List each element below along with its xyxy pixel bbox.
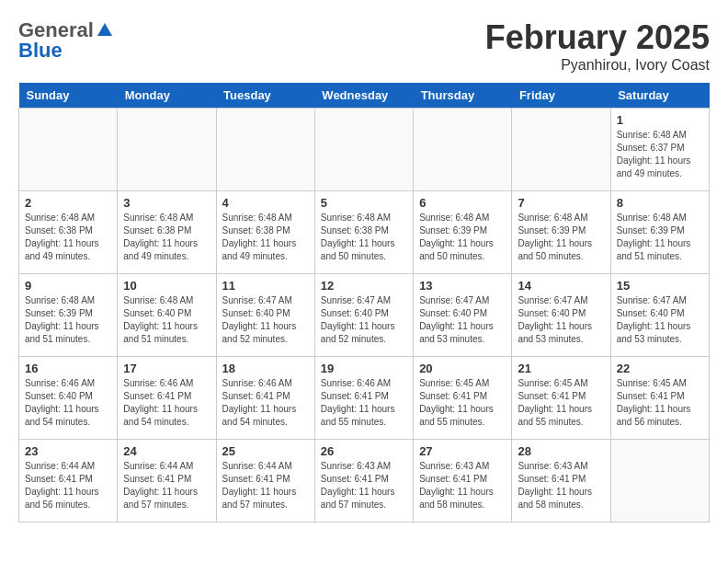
day-info: Sunrise: 6:48 AM Sunset: 6:39 PM Dayligh… — [25, 294, 111, 346]
calendar-cell: 18Sunrise: 6:46 AM Sunset: 6:41 PM Dayli… — [216, 357, 314, 440]
calendar-cell: 13Sunrise: 6:47 AM Sunset: 6:40 PM Dayli… — [414, 274, 512, 357]
title-section: February 2025 Pyanhirou, Ivory Coast — [485, 18, 710, 74]
calendar-cell: 25Sunrise: 6:44 AM Sunset: 6:41 PM Dayli… — [216, 440, 314, 523]
day-info: Sunrise: 6:48 AM Sunset: 6:37 PM Dayligh… — [617, 129, 703, 180]
day-number: 25 — [222, 444, 309, 458]
calendar-cell — [216, 109, 314, 191]
day-info: Sunrise: 6:47 AM Sunset: 6:40 PM Dayligh… — [321, 294, 407, 346]
logo-blue: Blue — [18, 39, 63, 63]
calendar-week-row: 16Sunrise: 6:46 AM Sunset: 6:40 PM Dayli… — [19, 357, 710, 440]
day-number: 4 — [222, 196, 309, 210]
calendar-cell: 3Sunrise: 6:48 AM Sunset: 6:38 PM Daylig… — [118, 191, 216, 274]
calendar-week-row: 1Sunrise: 6:48 AM Sunset: 6:37 PM Daylig… — [19, 109, 710, 191]
calendar-cell: 2Sunrise: 6:48 AM Sunset: 6:38 PM Daylig… — [19, 191, 118, 274]
calendar-cell — [414, 109, 512, 191]
day-number: 27 — [419, 444, 506, 458]
svg-marker-0 — [97, 23, 112, 36]
day-info: Sunrise: 6:48 AM Sunset: 6:40 PM Dayligh… — [123, 294, 210, 346]
day-number: 11 — [222, 279, 309, 293]
calendar-cell: 15Sunrise: 6:47 AM Sunset: 6:40 PM Dayli… — [610, 274, 709, 357]
day-info: Sunrise: 6:44 AM Sunset: 6:41 PM Dayligh… — [222, 460, 309, 511]
day-number: 13 — [419, 279, 506, 293]
day-number: 7 — [518, 196, 604, 210]
calendar-cell — [19, 109, 118, 191]
day-info: Sunrise: 6:43 AM Sunset: 6:41 PM Dayligh… — [419, 460, 506, 511]
calendar-cell: 12Sunrise: 6:47 AM Sunset: 6:40 PM Dayli… — [314, 274, 413, 357]
day-number: 19 — [321, 362, 407, 375]
weekday-header-row: SundayMondayTuesdayWednesdayThursdayFrid… — [19, 83, 710, 109]
day-number: 5 — [321, 196, 407, 210]
day-info: Sunrise: 6:48 AM Sunset: 6:39 PM Dayligh… — [419, 212, 506, 263]
day-number: 6 — [419, 196, 506, 210]
day-info: Sunrise: 6:48 AM Sunset: 6:38 PM Dayligh… — [321, 212, 407, 263]
day-number: 3 — [123, 196, 210, 210]
calendar-cell: 10Sunrise: 6:48 AM Sunset: 6:40 PM Dayli… — [118, 274, 216, 357]
weekday-header: Tuesday — [216, 83, 314, 109]
day-number: 15 — [617, 279, 703, 293]
day-info: Sunrise: 6:46 AM Sunset: 6:41 PM Dayligh… — [321, 377, 407, 429]
day-number: 9 — [25, 279, 111, 293]
logo: General Blue — [18, 18, 114, 63]
calendar-cell: 23Sunrise: 6:44 AM Sunset: 6:41 PM Dayli… — [19, 440, 118, 523]
calendar-week-row: 23Sunrise: 6:44 AM Sunset: 6:41 PM Dayli… — [19, 440, 710, 523]
day-number: 12 — [321, 279, 407, 293]
day-number: 28 — [518, 444, 604, 458]
day-number: 1 — [617, 113, 703, 127]
day-info: Sunrise: 6:47 AM Sunset: 6:40 PM Dayligh… — [617, 294, 703, 346]
day-info: Sunrise: 6:47 AM Sunset: 6:40 PM Dayligh… — [518, 294, 604, 346]
day-info: Sunrise: 6:45 AM Sunset: 6:41 PM Dayligh… — [419, 377, 506, 429]
day-number: 17 — [123, 362, 210, 375]
day-number: 21 — [518, 362, 604, 375]
day-number: 20 — [419, 362, 506, 375]
calendar-cell: 22Sunrise: 6:45 AM Sunset: 6:41 PM Dayli… — [610, 357, 709, 440]
day-info: Sunrise: 6:48 AM Sunset: 6:38 PM Dayligh… — [25, 212, 111, 263]
calendar-cell: 27Sunrise: 6:43 AM Sunset: 6:41 PM Dayli… — [414, 440, 512, 523]
calendar-cell: 21Sunrise: 6:45 AM Sunset: 6:41 PM Dayli… — [512, 357, 610, 440]
day-info: Sunrise: 6:44 AM Sunset: 6:41 PM Dayligh… — [123, 460, 210, 511]
day-info: Sunrise: 6:47 AM Sunset: 6:40 PM Dayligh… — [222, 294, 309, 346]
calendar-cell: 28Sunrise: 6:43 AM Sunset: 6:41 PM Dayli… — [512, 440, 610, 523]
calendar-cell: 4Sunrise: 6:48 AM Sunset: 6:38 PM Daylig… — [216, 191, 314, 274]
calendar-cell — [512, 109, 610, 191]
logo-icon — [96, 21, 114, 40]
calendar-cell: 7Sunrise: 6:48 AM Sunset: 6:39 PM Daylig… — [512, 191, 610, 274]
month-title: February 2025 — [485, 18, 710, 57]
day-info: Sunrise: 6:46 AM Sunset: 6:41 PM Dayligh… — [222, 377, 309, 429]
weekday-header: Thursday — [414, 83, 512, 109]
day-number: 24 — [123, 444, 210, 458]
day-number: 22 — [617, 362, 703, 375]
calendar-cell — [314, 109, 413, 191]
calendar-cell: 19Sunrise: 6:46 AM Sunset: 6:41 PM Dayli… — [314, 357, 413, 440]
calendar-cell: 24Sunrise: 6:44 AM Sunset: 6:41 PM Dayli… — [118, 440, 216, 523]
weekday-header: Sunday — [19, 83, 118, 109]
weekday-header: Monday — [118, 83, 216, 109]
day-info: Sunrise: 6:48 AM Sunset: 6:38 PM Dayligh… — [123, 212, 210, 263]
calendar-cell — [610, 440, 709, 523]
weekday-header: Wednesday — [314, 83, 413, 109]
calendar-cell: 9Sunrise: 6:48 AM Sunset: 6:39 PM Daylig… — [19, 274, 118, 357]
calendar-cell: 5Sunrise: 6:48 AM Sunset: 6:38 PM Daylig… — [314, 191, 413, 274]
day-number: 14 — [518, 279, 604, 293]
day-info: Sunrise: 6:43 AM Sunset: 6:41 PM Dayligh… — [518, 460, 604, 511]
day-info: Sunrise: 6:48 AM Sunset: 6:38 PM Dayligh… — [222, 212, 309, 263]
day-number: 10 — [123, 279, 210, 293]
calendar-cell: 20Sunrise: 6:45 AM Sunset: 6:41 PM Dayli… — [414, 357, 512, 440]
day-number: 23 — [25, 444, 111, 458]
calendar-cell: 8Sunrise: 6:48 AM Sunset: 6:39 PM Daylig… — [610, 191, 709, 274]
day-number: 2 — [25, 196, 111, 210]
calendar-cell: 16Sunrise: 6:46 AM Sunset: 6:40 PM Dayli… — [19, 357, 118, 440]
calendar-cell: 6Sunrise: 6:48 AM Sunset: 6:39 PM Daylig… — [414, 191, 512, 274]
day-info: Sunrise: 6:43 AM Sunset: 6:41 PM Dayligh… — [321, 460, 407, 511]
day-info: Sunrise: 6:46 AM Sunset: 6:40 PM Dayligh… — [25, 377, 111, 429]
day-info: Sunrise: 6:45 AM Sunset: 6:41 PM Dayligh… — [617, 377, 703, 429]
calendar-week-row: 2Sunrise: 6:48 AM Sunset: 6:38 PM Daylig… — [19, 191, 710, 274]
day-number: 8 — [617, 196, 703, 210]
calendar-cell: 14Sunrise: 6:47 AM Sunset: 6:40 PM Dayli… — [512, 274, 610, 357]
calendar-cell — [118, 109, 216, 191]
day-number: 26 — [321, 444, 407, 458]
day-info: Sunrise: 6:44 AM Sunset: 6:41 PM Dayligh… — [25, 460, 111, 511]
day-info: Sunrise: 6:48 AM Sunset: 6:39 PM Dayligh… — [617, 212, 703, 263]
weekday-header: Saturday — [610, 83, 709, 109]
day-info: Sunrise: 6:46 AM Sunset: 6:41 PM Dayligh… — [123, 377, 210, 429]
calendar-week-row: 9Sunrise: 6:48 AM Sunset: 6:39 PM Daylig… — [19, 274, 710, 357]
